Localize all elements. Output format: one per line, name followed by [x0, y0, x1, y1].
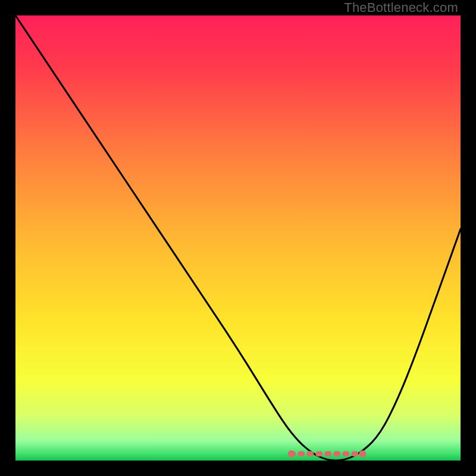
svg-point-2	[359, 450, 366, 458]
chart-frame	[15, 15, 461, 461]
watermark-text: TheBottleneck.com	[344, 0, 458, 15]
bottleneck-chart	[15, 15, 461, 461]
gradient-background	[15, 15, 461, 461]
optimal-zone-marker	[288, 450, 367, 458]
svg-point-1	[288, 450, 295, 458]
